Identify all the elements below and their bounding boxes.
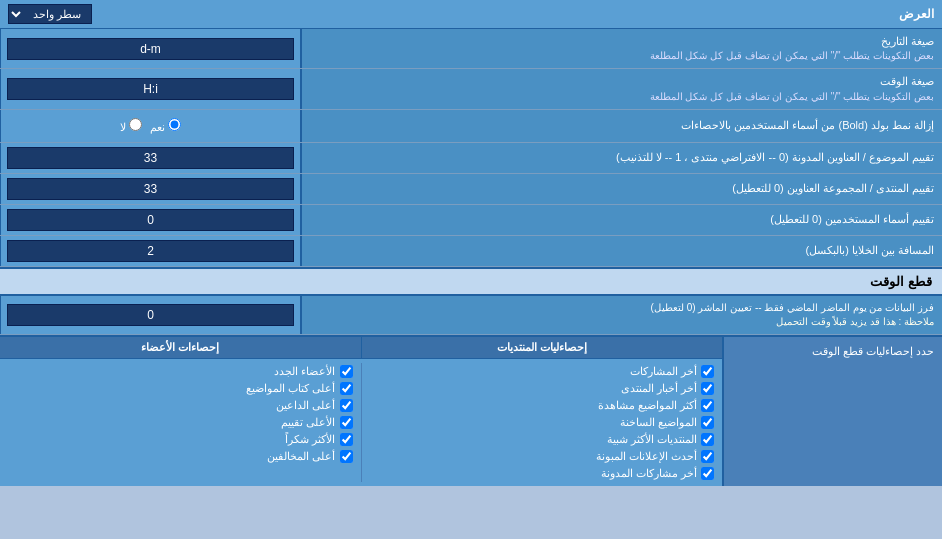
bottom-section: حدد إحصاءليات قطع الوقت إحصاءليات المنتد… [0,335,942,486]
checkbox-top-rated[interactable] [340,416,353,429]
input-cell-date-format [0,29,300,68]
radio-no-label[interactable]: لا [120,118,142,134]
col-headers-row: إحصاءليات المنتديات إحصاءات الأعضاء [0,337,722,359]
row-time-format: صيغة الوقت بعض التكوينات يتطلب "/" التي … [0,69,942,109]
list-item: أعلى كتاب المواضيع [8,380,353,397]
col1-checkboxes: أخر المشاركات أخر أخبار المنتدى أكثر الم… [361,363,723,482]
date-format-input[interactable] [7,38,294,60]
list-item: أحدث الإعلانات المبونة [370,448,715,465]
list-item: أعلى المخالفين [8,448,353,465]
input-cell-topic-rating [0,143,300,173]
checkbox-top-violators[interactable] [340,450,353,463]
input-cell-bold: نعم لا [0,110,300,142]
label-date-format-sub: بعض التكوينات يتطلب "/" التي يمكن ان تضا… [650,49,934,63]
list-item: الأكثر شكراً [8,431,353,448]
label-bold-remove: إزالة نمط بولد (Bold) من أسماء المستخدمي… [300,110,942,142]
checkbox-last-posts[interactable] [701,365,714,378]
list-item: الأعلى تقييم [8,414,353,431]
input-cell-user-rating [0,205,300,235]
label-topic-rating: تقييم الموضوع / العناوين المدونة (0 -- ا… [300,143,942,173]
top-label: العرض [899,7,934,21]
data-sort-input[interactable] [7,304,294,326]
row-bold-remove: إزالة نمط بولد (Bold) من أسماء المستخدمي… [0,110,942,143]
label-forum-rating: تقييم المنتدى / المجموعة العناوين (0 للت… [300,174,942,204]
cell-spacing-input[interactable] [7,240,294,262]
checkbox-most-thanked[interactable] [340,433,353,446]
col2-checkboxes: الأعضاء الجدد أعلى كتاب المواضيع أعلى ال… [0,363,361,482]
list-item: أخر مشاركات المدونة [370,465,715,482]
checkbox-recent-announces[interactable] [701,450,714,463]
label-time-format: صيغة الوقت بعض التكوينات يتطلب "/" التي … [300,69,942,108]
input-cell-forum-rating [0,174,300,204]
col1-header: إحصاءليات المنتديات [361,337,723,358]
label-date-format: صيغة التاريخ بعض التكوينات يتطلب "/" الت… [300,29,942,68]
time-format-input[interactable] [7,78,294,100]
radio-group-bold: نعم لا [112,114,189,138]
radio-yes[interactable] [168,118,181,131]
label-data-sort-note: ملاحظة : هذا قد يزيد قبلاً وقت التحميل [651,315,934,329]
display-select[interactable]: سطر واحد سطران ثلاثة أسطر [8,4,92,24]
label-user-rating: تقييم أسماء المستخدمين (0 للتعطيل) [300,205,942,235]
limit-label-text: حدد إحصاءليات قطع الوقت [812,345,934,358]
user-rating-input[interactable] [7,209,294,231]
list-item: أخر المشاركات [370,363,715,380]
section-title-time: قطع الوقت [870,274,932,289]
label-data-sort-main: فرز البيانات من يوم الماضر الماضي فقط --… [651,301,934,315]
row-cell-spacing: المسافة بين الخلايا (بالبكسل) [0,236,942,267]
row-topic-rating: تقييم الموضوع / العناوين المدونة (0 -- ا… [0,143,942,174]
row-forum-rating: تقييم المنتدى / المجموعة العناوين (0 للت… [0,174,942,205]
radio-no[interactable] [129,118,142,131]
checkbox-blog-posts[interactable] [701,467,714,480]
label-data-sort: فرز البيانات من يوم الماضر الماضي فقط --… [300,296,942,334]
label-date-format-main: صيغة التاريخ [650,34,934,49]
checkboxes-row: أخر المشاركات أخر أخبار المنتدى أكثر الم… [0,359,722,486]
row-user-rating: تقييم أسماء المستخدمين (0 للتعطيل) [0,205,942,236]
checkbox-popular-forums[interactable] [701,433,714,446]
checkbox-most-viewed[interactable] [701,399,714,412]
label-time-format-main: صيغة الوقت [650,74,934,89]
list-item: أعلى الداعين [8,397,353,414]
radio-yes-label[interactable]: نعم [150,118,181,134]
bottom-limit-label: حدد إحصاءليات قطع الوقت [722,337,942,486]
list-item: المواضيع الساخنة [370,414,715,431]
label-time-format-sub: بعض التكوينات يتطلب "/" التي يمكن ان تضا… [650,90,934,104]
row-date-format: صيغة التاريخ بعض التكوينات يتطلب "/" الت… [0,29,942,69]
input-cell-spacing [0,236,300,266]
input-cell-data-sort [0,296,300,334]
checkbox-hot-topics[interactable] [701,416,714,429]
col2-header: إحصاءات الأعضاء [0,337,361,358]
forum-rating-input[interactable] [7,178,294,200]
checkbox-top-writers[interactable] [340,382,353,395]
row-data-sort: فرز البيانات من يوم الماضر الماضي فقط --… [0,296,942,335]
section-header-time: قطع الوقت [0,267,942,296]
main-container: العرض سطر واحد سطران ثلاثة أسطر صيغة الت… [0,0,942,486]
bottom-checkboxes-container: إحصاءليات المنتديات إحصاءات الأعضاء أخر … [0,337,722,486]
list-item: أكثر المواضيع مشاهدة [370,397,715,414]
topic-rating-input[interactable] [7,147,294,169]
checkbox-top-inviters[interactable] [340,399,353,412]
list-item: أخر أخبار المنتدى [370,380,715,397]
label-cell-spacing: المسافة بين الخلايا (بالبكسل) [300,236,942,266]
checkbox-forum-news[interactable] [701,382,714,395]
list-item: الأعضاء الجدد [8,363,353,380]
top-row: العرض سطر واحد سطران ثلاثة أسطر [0,0,942,29]
input-cell-time-format [0,69,300,108]
checkbox-new-members[interactable] [340,365,353,378]
list-item: المنتديات الأكثر شبية [370,431,715,448]
